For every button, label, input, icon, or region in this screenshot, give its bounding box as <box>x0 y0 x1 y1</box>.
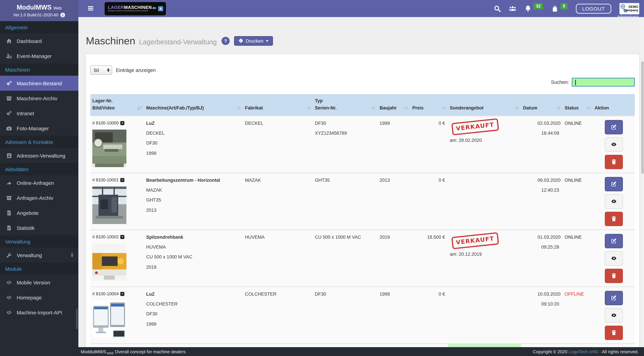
view-button[interactable] <box>605 251 623 266</box>
sidebar-item-verwaltung[interactable]: Verwaltung⇩ <box>0 248 78 263</box>
delete-button[interactable] <box>605 326 623 340</box>
help-icon[interactable]: ? <box>222 37 230 45</box>
cell-sonderangebot <box>448 287 521 343</box>
edit-button[interactable] <box>605 234 623 248</box>
delete-button[interactable] <box>605 155 623 169</box>
logout-button[interactable]: LOGOUT <box>576 4 611 14</box>
cell-preis: 0 € <box>410 173 448 229</box>
footer-rights: · All rights reserved. <box>598 349 638 354</box>
machine-id: # 8100-10000 <box>92 120 118 127</box>
column-header-preis[interactable]: Preis <box>410 94 448 116</box>
user-role-label: Administrator <box>618 14 638 19</box>
search-input[interactable] <box>572 78 635 87</box>
edit-button[interactable] <box>605 177 623 191</box>
sidebar-item-event-manager[interactable]: Event-Manager <box>0 49 78 64</box>
sidebar-item-statistik[interactable]: Statistik <box>0 220 78 235</box>
datum-value: 09.03.2020 <box>523 177 560 184</box>
sidebar-item-dashboard[interactable]: Dashboard <box>0 34 78 49</box>
print-button[interactable]: Drucken <box>234 36 273 46</box>
footer-brand-sub: WEB <box>107 351 114 355</box>
briefcase-icon[interactable] <box>551 5 558 12</box>
status-badge: OFFLINE <box>562 287 592 343</box>
column-header-maschine-art-fab-typ-bj[interactable]: Maschine(Art/Fab./Typ/BJ) <box>144 94 243 116</box>
cell-aktion <box>592 173 635 229</box>
column-header-aktion[interactable]: Aktion <box>592 94 635 116</box>
footer-brand: ModdulMWS <box>81 349 106 354</box>
sidebar-item-intranet[interactable]: Intranet <box>0 106 78 121</box>
status-badge: ONLINE <box>562 230 592 286</box>
sidebar-item-angebote[interactable]: Angebote <box>0 205 78 220</box>
sidebar: AllgemeinDashboardEvent-ManagerMaschinen… <box>0 21 78 347</box>
column-header-baujahr[interactable]: Baujahr <box>378 94 410 116</box>
expand-plus-icon[interactable]: + <box>120 178 124 182</box>
cell-fabrikat: HUVEMA <box>243 230 313 286</box>
cell-typ-serien: PPI 55 /20 MNC 95 <box>313 344 378 347</box>
expand-plus-icon[interactable]: + <box>120 121 124 125</box>
machine-photo[interactable] <box>92 186 126 224</box>
page-scrollbar-thumb[interactable] <box>641 61 644 174</box>
column-header-typ[interactable]: TypSerien-Nr. <box>313 94 378 116</box>
cell-sonderangebot <box>448 173 521 229</box>
machine-photo[interactable] <box>92 300 126 338</box>
sidebar-item-mobile-version[interactable]: Mobile Version <box>0 275 78 290</box>
sort-both-icon <box>586 106 591 112</box>
sidebar-item-maschinen-archiv[interactable]: Maschinen-Archiv <box>0 91 78 106</box>
bell-icon[interactable] <box>524 5 532 12</box>
sidebar-item-foto-manager[interactable]: Foto-Manager <box>0 121 78 136</box>
cell-fabrikat: COLCHESTER <box>243 287 313 343</box>
column-header-fabrikat[interactable]: Fabrikat <box>243 94 313 116</box>
search-icon[interactable] <box>494 5 501 12</box>
portfolio-count-badge[interactable]: 5 <box>560 3 568 10</box>
sidebar-section-title-aktivitäten: Aktivitäten <box>0 163 78 175</box>
delete-button[interactable] <box>605 212 623 226</box>
expand-plus-icon[interactable]: + <box>120 235 124 239</box>
cell-datum: 10.03.202009:10:20 <box>521 287 562 343</box>
column-label: Datum <box>523 105 537 112</box>
cell-machine: LuZDECKELDF301999 <box>144 116 243 173</box>
app-brand-block: ModulMWS Web Ver.1.0 Build:01-2020-60 i <box>0 0 78 21</box>
machine-photo[interactable] <box>92 243 126 281</box>
home-icon <box>5 38 12 44</box>
machine-detail: 1999 <box>146 321 241 328</box>
column-header-status[interactable]: Status <box>562 94 592 116</box>
footer-company-link[interactable]: LogoTech oHG <box>569 349 598 354</box>
portfolio-group[interactable]: 5 <box>551 5 568 12</box>
code-icon <box>5 309 12 315</box>
notifications-group[interactable]: 32 <box>524 5 543 12</box>
column-header-sonderangebot[interactable]: Sonderangebot <box>448 94 521 116</box>
column-header-lager-nr[interactable]: Lager-Nr.Bild/Video <box>90 94 144 116</box>
column-header-datum[interactable]: Datum <box>521 94 562 116</box>
machine-photo[interactable] <box>92 129 126 167</box>
sidebar-item-adressen-verwaltung[interactable]: Adressen-Verwaltung <box>0 148 78 163</box>
sidebar-item-online-anfragen[interactable]: Online-Anfragen <box>0 175 78 190</box>
edit-button[interactable] <box>605 120 623 134</box>
delete-button[interactable] <box>605 269 623 283</box>
table-row: # 8100-10001+Bearbeitungszentrum - Horiz… <box>90 173 635 229</box>
info-icon[interactable]: i <box>60 13 65 18</box>
collapse-arrow-icon[interactable]: ⇩ <box>70 252 74 258</box>
cell-baujahr: 1999 <box>378 287 410 343</box>
sidebar-item-maschinen-bestand[interactable]: Maschinen-Bestand <box>0 76 78 91</box>
sidebar-item-anfragen-archiv[interactable]: Anfragen-Archiv <box>0 190 78 205</box>
view-button[interactable] <box>605 137 623 152</box>
company-name-line2: Company <box>624 8 638 12</box>
hamburger-menu-icon[interactable] <box>87 5 95 12</box>
expand-plus-icon[interactable]: + <box>120 292 124 296</box>
page-scrollbar[interactable] <box>641 17 644 347</box>
share-icon <box>5 180 12 186</box>
lagermaschinen-logo[interactable]: LAGERMASCHINEN.de European network of st… <box>104 2 166 15</box>
view-button[interactable] <box>605 308 623 322</box>
column-label: Lager-Nr. <box>92 98 115 105</box>
entries-select[interactable]: 50 <box>90 66 112 75</box>
machine-detail: DF30 <box>146 311 241 318</box>
archive-icon <box>5 95 12 101</box>
edit-button[interactable] <box>605 291 623 305</box>
sidebar-section-title-maschinen: Maschinen <box>0 64 78 76</box>
sidebar-scrollbar-thumb[interactable] <box>76 309 78 329</box>
sidebar-item-homepage[interactable]: Homepage <box>0 290 78 305</box>
sidebar-item-machine-import-api[interactable]: Machine-Import-API <box>0 305 78 320</box>
users-icon[interactable] <box>509 5 516 12</box>
app-version: Ver.1.0 Build:01-2020-60 <box>13 13 58 18</box>
notification-count-badge[interactable]: 32 <box>534 3 543 10</box>
view-button[interactable] <box>605 194 623 209</box>
